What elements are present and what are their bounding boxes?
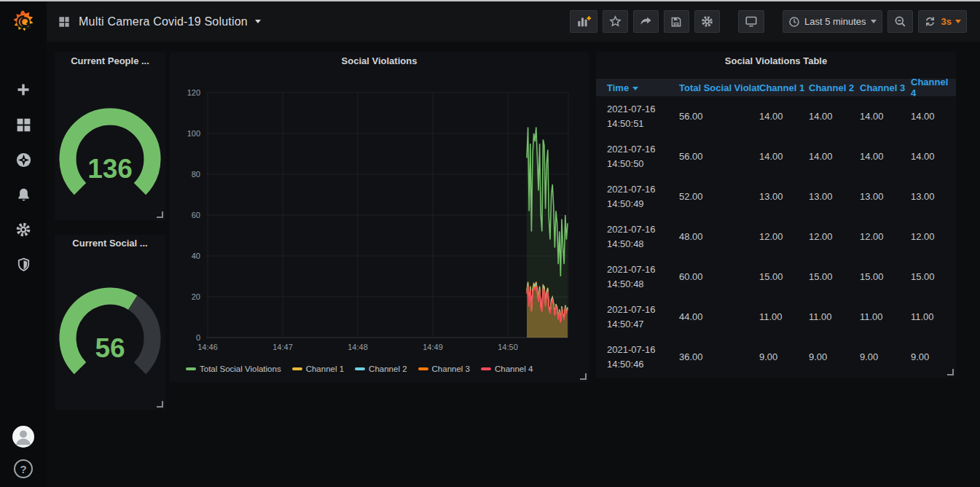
panel-resize-handle[interactable] [947,369,954,375]
svg-text:20: 20 [192,292,200,301]
sidebar: ? [0,1,47,487]
legend-item[interactable]: Channel 4 [481,365,533,373]
save-button[interactable] [664,10,689,33]
legend-color-dash [481,367,491,370]
table-row[interactable]: 2021-07-1614:50:4636.009.009.009.009.00 [596,337,956,377]
table-column-header[interactable]: Channel 4 [911,77,945,98]
panel-title[interactable]: Current Social ... [55,235,165,252]
alerting-bell-icon[interactable] [14,185,33,204]
value-cell: 9.00 [809,351,860,362]
value-cell: 11.00 [759,311,809,322]
current-people-gauge: 136 [55,70,165,216]
sort-caret-icon [632,87,638,90]
settings-gear-button[interactable] [694,10,720,33]
legend-label: Total Social Violations [200,365,281,373]
svg-text:0: 0 [196,333,200,342]
grafana-logo-icon[interactable] [9,7,37,36]
value-cell: 14.00 [860,151,911,162]
zoom-out-button[interactable] [887,10,913,33]
value-cell: 44.00 [679,311,759,322]
legend-item[interactable]: Total Social Violations [186,365,281,373]
legend-color-dash [355,367,365,370]
panel-title[interactable]: Social Violations Table [596,52,956,70]
refresh-icon [924,15,936,28]
table-row[interactable]: 2021-07-1614:50:5156.0014.0014.0014.0014… [596,96,956,136]
value-cell: 15.00 [860,271,911,282]
create-plus-icon[interactable] [14,80,33,99]
value-cell: 11.00 [911,311,945,322]
user-avatar[interactable] [12,426,34,448]
legend-item[interactable]: Channel 1 [292,365,344,373]
legend-label: Channel 3 [432,365,470,373]
mark-favorite-button[interactable] [603,10,628,33]
table-column-header[interactable]: Channel 2 [809,82,860,93]
value-cell: 14.00 [911,151,945,162]
value-cell: 12.00 [809,231,860,242]
table-column-header[interactable]: Time [596,82,679,93]
table-row[interactable]: 2021-07-1614:50:5056.0014.0014.0014.0014… [596,136,956,176]
dashboard-title-caret-icon[interactable] [255,20,261,23]
table-header-row: TimeTotal Social ViolationsChannel 1Chan… [596,79,956,96]
cycle-view-monitor-button[interactable] [738,10,764,33]
refresh-button[interactable]: 3s [918,10,967,33]
server-admin-shield-icon[interactable] [14,255,33,274]
time-range-picker-button[interactable]: Last 5 minutes [783,10,882,33]
legend-label: Channel 2 [369,365,407,373]
value-cell: 9.00 [860,351,911,362]
value-cell: 14.00 [759,151,809,162]
table-row[interactable]: 2021-07-1614:50:4744.0011.0011.0011.0011… [596,297,956,337]
add-panel-button[interactable] [570,10,597,33]
legend-label: Channel 1 [306,365,344,373]
value-cell: 9.00 [911,351,945,362]
table-row[interactable]: 2021-07-1614:50:4848.0012.0012.0012.0012… [596,217,956,257]
dashboards-icon[interactable] [14,115,33,134]
panel-social-violations-chart: Social Violations 02040608010012014:4614… [170,52,589,382]
value-cell: 13.00 [911,191,945,202]
svg-text:60: 60 [192,211,200,219]
panel-title[interactable]: Current People ... [55,52,165,70]
value-cell: 14.00 [809,111,860,122]
time-cell: 2021-07-1614:50:46 [596,343,679,372]
svg-text:40: 40 [192,252,200,260]
table-body: 2021-07-1614:50:5156.0014.0014.0014.0014… [596,96,956,377]
svg-text:80: 80 [192,170,200,179]
configuration-gear-icon[interactable] [14,220,33,239]
value-cell: 11.00 [809,311,860,322]
value-cell: 56.00 [679,151,759,162]
legend-item[interactable]: Channel 3 [418,365,470,373]
time-range-label: Last 5 minutes [804,16,866,27]
refresh-interval-caret-icon[interactable] [955,20,961,23]
chart-legend: Total Social ViolationsChannel 1Channel … [186,365,533,373]
share-button[interactable] [633,10,659,33]
table-row[interactable]: 2021-07-1614:50:4952.0013.0013.0013.0013… [596,176,956,217]
value-cell: 13.00 [759,191,809,202]
table-column-header[interactable]: Total Social Violations [679,82,759,93]
current-social-gauge: 56 [55,252,165,405]
time-cell: 2021-07-1614:50:48 [596,222,679,252]
refresh-interval-label[interactable]: 3s [941,16,952,27]
time-cell: 2021-07-1614:50:51 [596,102,679,131]
panel-social-violations-table: Social Violations Table TimeTotal Social… [596,52,956,378]
panel-resize-handle[interactable] [157,211,163,218]
value-cell: 14.00 [860,111,911,122]
legend-color-dash [186,367,196,370]
help-icon[interactable]: ? [14,459,33,478]
table-row[interactable]: 2021-07-1614:50:4860.0015.0015.0015.0015… [596,257,956,297]
panel-title[interactable]: Social Violations [170,52,589,70]
panel-resize-handle[interactable] [580,373,587,380]
time-cell: 2021-07-1614:50:49 [596,182,679,211]
value-cell: 15.00 [809,271,860,282]
dashboard-title[interactable]: Multi Camera Covid-19 Solution [79,15,248,28]
time-cell: 2021-07-1614:50:50 [596,142,679,171]
explore-compass-icon[interactable] [14,150,33,169]
table-column-header[interactable]: Channel 3 [860,82,911,93]
panel-resize-handle[interactable] [157,401,163,408]
dashboard-header: Multi Camera Covid-19 Solution [47,1,980,42]
value-cell: 12.00 [860,231,911,242]
value-cell: 14.00 [911,111,945,122]
legend-item[interactable]: Channel 2 [355,365,407,373]
value-cell: 14.00 [759,111,809,122]
table-column-header[interactable]: Channel 1 [759,82,809,93]
svg-text:14:49: 14:49 [423,343,443,351]
value-cell: 15.00 [911,271,945,282]
